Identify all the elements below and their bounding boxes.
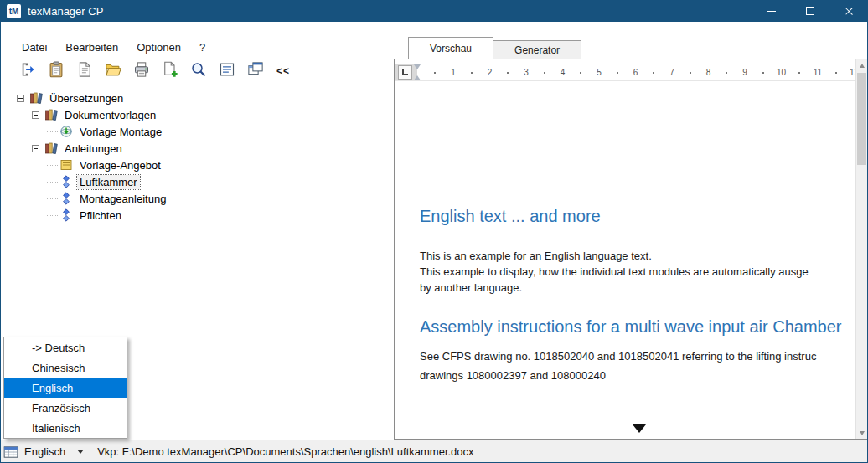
ruler-number: 4 (561, 68, 566, 77)
text-preview-button[interactable] (216, 60, 237, 81)
menu-item-optionen[interactable]: Optionen (128, 37, 189, 58)
maximize-button[interactable] (791, 0, 829, 22)
paste-button[interactable] (45, 60, 66, 81)
ruler-tick (653, 72, 654, 74)
tree-item-uebersetzungen[interactable]: Übersetzungen (13, 90, 387, 106)
ruler-tick (726, 72, 727, 74)
chevron-down-icon (77, 450, 84, 454)
language-selector[interactable]: Englisch (23, 444, 89, 460)
tree-item-label: Vorlage Montage (77, 125, 164, 139)
scroll-up-button[interactable] (856, 59, 867, 71)
ruler-number: 7 (669, 68, 674, 77)
ruler-tick (544, 72, 545, 74)
left-indent-marker[interactable] (414, 75, 421, 80)
tab-generator[interactable]: Generator (493, 40, 581, 59)
ruler-tick (690, 72, 691, 74)
language-option-deutsch[interactable]: -> Deutsch (4, 337, 127, 358)
doc-heading-2: Assembly instructions for a multi wave i… (420, 317, 855, 337)
ruler-number: 3 (524, 68, 529, 77)
language-option-englisch[interactable]: Englisch (4, 378, 127, 398)
module-blue-icon (59, 175, 74, 188)
tab-stop-selector[interactable] (398, 65, 412, 80)
scroll-down-button[interactable] (856, 427, 867, 439)
close-button[interactable] (829, 0, 868, 22)
language-option-italienisch[interactable]: Italienisch (4, 418, 127, 438)
doc-text-line: drawings 1080002397 and 108000240 (420, 366, 855, 385)
minimize-button[interactable] (752, 0, 791, 22)
tree-item-pflichten[interactable]: Pflichten (13, 207, 387, 224)
ruler-number: 11 (814, 68, 822, 77)
tab-strip: VorschauGenerator (394, 36, 868, 59)
doc-text-line: See CFPS drawing no. 1018502040 and 1018… (420, 347, 855, 366)
maximize-icon (806, 7, 814, 15)
tab-stop-icon (402, 69, 408, 75)
tree-item-label: Pflichten (77, 208, 124, 223)
print-icon (133, 61, 150, 81)
tree-item-vorlage-angebot[interactable]: Vorlage-Angebot (13, 157, 387, 173)
language-option-franzoesisch[interactable]: Französisch (4, 398, 127, 418)
tree-item-label: Montageanleitung (77, 192, 168, 206)
tree-connector-line (47, 198, 59, 199)
ruler-number: 8 (706, 68, 711, 77)
app-logo-text: tM (9, 7, 19, 16)
search-icon (190, 61, 207, 81)
doc-text-line: by another language. (420, 280, 855, 296)
collapse-expander-icon[interactable] (17, 95, 24, 102)
collapse-expander-icon[interactable] (32, 111, 39, 119)
language-option-chinesisch[interactable]: Chinesisch (4, 358, 127, 378)
status-path: Vkp: F:\Demo texManager\CP\Documents\Spr… (97, 445, 473, 458)
tree-item-label: Luftkammer (77, 175, 140, 189)
books-icon (44, 108, 59, 121)
ruler-tick (835, 72, 837, 74)
tree-item-label: Anleitungen (62, 141, 125, 156)
menu-item-hilfe[interactable]: ? (191, 37, 214, 58)
tree-connector-line (47, 215, 59, 216)
books-icon (29, 91, 44, 105)
window-controls (752, 0, 868, 22)
window-cascade-button[interactable] (245, 60, 266, 81)
scroll-down-icon (860, 431, 865, 435)
open-folder-button[interactable] (102, 60, 123, 81)
doc-text-line: This is an example for an English langua… (420, 248, 855, 264)
tree-connector-line (47, 131, 59, 132)
books-icon (44, 141, 59, 155)
tree-item-label: Dokumentvorlagen (62, 108, 158, 122)
app-logo-icon: tM (7, 4, 21, 18)
search-button[interactable] (188, 60, 209, 81)
tree-item-dokumentvorlagen[interactable]: Dokumentvorlagen (13, 106, 387, 123)
ruler-tick (762, 72, 764, 74)
tree-item-vorlage-montage[interactable]: Vorlage Montage (13, 123, 387, 140)
titlebar: tM texManager CP (0, 0, 868, 22)
menu-item-bearbeiten[interactable]: Bearbeiten (57, 37, 127, 58)
copy-button[interactable] (74, 60, 95, 81)
menu-item-datei[interactable]: Datei (13, 37, 55, 58)
add-document-button[interactable] (159, 60, 180, 81)
print-button[interactable] (131, 60, 152, 81)
tree-item-anleitungen[interactable]: Anleitungen (13, 140, 387, 157)
ruler-number: 6 (633, 68, 638, 77)
tab-vorschau[interactable]: Vorschau (408, 37, 493, 59)
export-icon (19, 61, 36, 81)
tree-view: ÜbersetzungenDokumentvorlagenVorlage Mon… (13, 90, 387, 334)
language-popup: -> DeutschChinesischEnglischFranzösischI… (3, 337, 127, 439)
ruler-number: 2 (488, 68, 493, 77)
open-folder-icon (105, 61, 121, 81)
status-bar: Englisch Vkp: F:\Demo texManager\CP\Docu… (0, 440, 868, 463)
tree-item-luftkammer[interactable]: Luftkammer (13, 173, 387, 190)
doc-text-line: This example to display, how the individ… (420, 264, 855, 280)
tree-item-montageanleitung[interactable]: Montageanleitung (13, 190, 387, 207)
page-down-indicator-icon[interactable] (633, 424, 646, 433)
ruler-number: 10 (777, 68, 786, 77)
scroll-up-icon (860, 64, 865, 68)
first-line-indent-marker[interactable] (414, 64, 421, 69)
collapse-expander-icon[interactable] (32, 145, 39, 152)
ruler-tick (580, 72, 581, 74)
export-button[interactable] (17, 60, 38, 81)
ruler-tick (471, 72, 473, 74)
paste-icon (48, 61, 65, 81)
collapse-panel-button[interactable]: << (273, 60, 293, 81)
add-document-icon (162, 61, 178, 81)
scrollbar-thumb[interactable] (857, 73, 866, 165)
preview-scrollbar[interactable] (855, 59, 867, 439)
language-table-icon (3, 445, 20, 460)
